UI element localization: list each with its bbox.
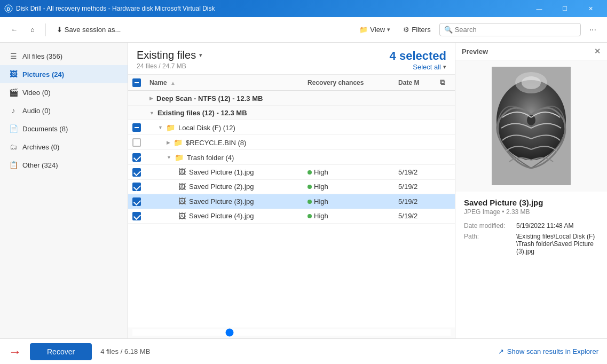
preview-date-value: 5/19/2022 11:48 AM xyxy=(516,222,573,230)
table-row[interactable]: ▶ Deep Scan - NTFS (12) - 12.3 MB xyxy=(128,91,455,106)
row-checkbox[interactable] xyxy=(132,197,141,206)
back-button[interactable]: ← xyxy=(6,23,22,36)
file-icon: 🖼 xyxy=(178,197,186,205)
table-row[interactable]: 🖼 Saved Picture (3).jpg High 5/19/2 xyxy=(128,194,455,209)
svg-point-4 xyxy=(527,115,535,125)
search-input[interactable] xyxy=(455,26,576,34)
sidebar-item-other[interactable]: 📋 Other (324) xyxy=(0,156,128,174)
main-layout: ☰ All files (356) 🖼 Pictures (24) 🎬 Vide… xyxy=(0,43,607,338)
sidebar-item-all-files[interactable]: ☰ All files (356) xyxy=(0,47,128,65)
home-button[interactable]: ⌂ xyxy=(26,23,39,36)
preview-date-row: Date modified: 5/19/2022 11:48 AM xyxy=(464,222,598,230)
sidebar-item-label: Archives (0) xyxy=(22,143,59,151)
preview-filetype: JPEG Image • 2.33 MB xyxy=(464,208,598,216)
close-button[interactable]: ✕ xyxy=(578,0,603,17)
view-chevron-icon: ▾ xyxy=(387,26,390,33)
row-checkbox[interactable] xyxy=(132,138,141,147)
file-table-wrap: Name ▲ Recovery chances Date M ⧉ xyxy=(128,75,455,328)
sidebar-item-pictures[interactable]: 🖼 Pictures (24) xyxy=(0,65,128,83)
row-name: 🖼 Saved Picture (3).jpg xyxy=(145,194,303,209)
preview-path-value: \Existing files\Local Disk (F)\Trash fol… xyxy=(516,233,598,255)
explorer-link[interactable]: ↗ Show scan results in Explorer xyxy=(498,347,598,355)
row-checkbox-cell xyxy=(128,179,145,194)
maximize-button[interactable]: ☐ xyxy=(553,0,577,17)
documents-icon: 📄 xyxy=(9,124,18,133)
recovery-dot xyxy=(308,185,312,189)
expand-button[interactable]: ▼ xyxy=(149,110,154,116)
sidebar-item-audio[interactable]: ♪ Audio (0) xyxy=(0,101,128,120)
preview-svg xyxy=(492,67,571,185)
select-all-row[interactable]: Select all ▾ xyxy=(390,63,446,71)
row-checkbox-cell xyxy=(128,135,145,150)
titlebar-title: Disk Drill - All recovery methods - Hard… xyxy=(16,5,527,12)
select-all-label: Select all xyxy=(413,63,441,71)
preview-path-label: Path: xyxy=(464,233,512,255)
row-name: ▼ Existing files (12) - 12.3 MB xyxy=(145,105,436,120)
header-checkbox[interactable] xyxy=(132,78,141,87)
row-date: 5/19/2 xyxy=(394,165,436,180)
recovery-dot xyxy=(308,214,312,218)
header-copy-icon-cell: ⧉ xyxy=(436,75,455,91)
content-title-col: Existing files ▾ 24 files / 24.7 MB xyxy=(137,49,202,70)
table-row[interactable]: 🖼 Saved Picture (1).jpg High 5/19/2 xyxy=(128,165,455,180)
row-date: 5/19/2 xyxy=(394,209,436,224)
files-count: 4 files / 6.18 MB xyxy=(100,347,150,355)
row-checkbox[interactable] xyxy=(132,183,141,191)
row-checkbox[interactable] xyxy=(132,168,141,177)
recover-button[interactable]: Recover xyxy=(30,343,92,360)
filters-button[interactable]: ⚙ Filters xyxy=(399,23,435,36)
save-session-button[interactable]: ⬇ Save session as... xyxy=(52,23,125,36)
expand-button[interactable]: ▶ xyxy=(167,140,170,145)
sidebar-item-video[interactable]: 🎬 Video (0) xyxy=(0,83,128,101)
preview-header: Preview ✕ xyxy=(455,43,607,60)
table-row[interactable]: 🖼 Saved Picture (2).jpg High 5/19/2 xyxy=(128,179,455,194)
table-row[interactable]: 🖼 Saved Picture (4).jpg High 5/19/2 xyxy=(128,209,455,224)
filter-icon: ⚙ xyxy=(403,26,409,34)
row-checkbox-cell xyxy=(128,150,145,165)
row-name: ▶ 📁 $RECYCLE.BIN (8) xyxy=(145,135,436,150)
preview-date-label: Date modified: xyxy=(464,222,512,230)
sidebar-item-archives[interactable]: 🗂 Archives (0) xyxy=(0,138,128,156)
sidebar-item-label: All files (356) xyxy=(22,52,62,60)
hscroll-bar[interactable] xyxy=(132,329,451,336)
table-row[interactable]: ▼ 📁 Trash folder (4) xyxy=(128,150,455,165)
copy-icon[interactable]: ⧉ xyxy=(440,78,445,86)
row-date: 5/19/2 xyxy=(394,179,436,194)
title-dropdown-icon[interactable]: ▾ xyxy=(199,52,202,59)
minimize-button[interactable]: — xyxy=(527,0,551,17)
expand-button[interactable]: ▶ xyxy=(149,96,153,101)
header-date-modified: Date M xyxy=(394,75,436,91)
arrow-icon: → xyxy=(9,344,21,359)
row-checkbox[interactable] xyxy=(132,123,141,132)
search-icon: 🔍 xyxy=(444,26,453,34)
toolbar: ← ⌂ ⬇ Save session as... 📁 View ▾ ⚙ Filt… xyxy=(0,17,607,43)
pictures-icon: 🖼 xyxy=(9,69,18,79)
preview-image xyxy=(492,67,571,185)
sidebar-item-label: Other (324) xyxy=(22,161,58,169)
sort-icon: ▲ xyxy=(170,80,176,86)
header-name: Name ▲ xyxy=(145,75,303,91)
table-row[interactable]: ▼ Existing files (12) - 12.3 MB xyxy=(128,105,455,120)
file-icon: 🖼 xyxy=(178,168,186,176)
expand-button[interactable]: ▼ xyxy=(158,125,163,130)
row-checkbox[interactable] xyxy=(132,153,141,162)
table-row[interactable]: ▼ 📁 Local Disk (F) (12) xyxy=(128,120,455,135)
selected-count: 4 selected xyxy=(390,49,446,63)
table-row[interactable]: ▶ 📁 $RECYCLE.BIN (8) xyxy=(128,135,455,150)
row-name: ▼ 📁 Trash folder (4) xyxy=(145,150,436,165)
view-button[interactable]: 📁 View ▾ xyxy=(355,23,395,36)
svg-text:D: D xyxy=(7,6,11,12)
expand-button[interactable]: ▼ xyxy=(167,155,171,160)
recovery-dot xyxy=(308,200,312,204)
row-checkbox[interactable] xyxy=(132,212,141,220)
sidebar-item-documents[interactable]: 📄 Documents (8) xyxy=(0,120,128,138)
row-recovery: High xyxy=(303,165,394,180)
hscroll-area xyxy=(128,328,455,338)
other-icon: 📋 xyxy=(9,160,18,170)
preview-path-row: Path: \Existing files\Local Disk (F)\Tra… xyxy=(464,233,598,255)
preview-close-button[interactable]: ✕ xyxy=(594,47,601,56)
file-table-header: Name ▲ Recovery chances Date M ⧉ xyxy=(128,75,455,91)
row-checkbox-cell xyxy=(128,105,145,120)
preview-title: Preview xyxy=(462,48,488,56)
more-button[interactable]: ··· xyxy=(585,23,601,37)
